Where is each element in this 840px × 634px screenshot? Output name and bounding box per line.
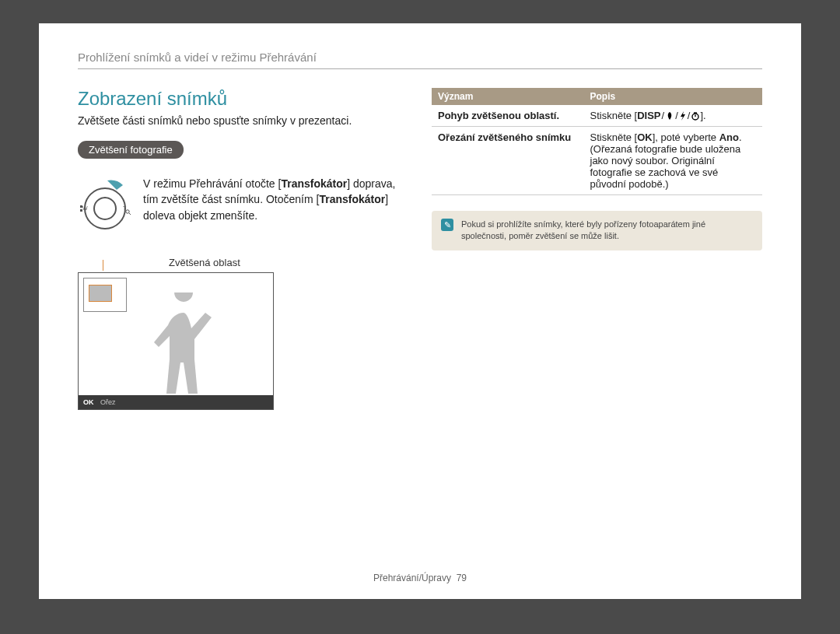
macro-icon (665, 111, 674, 121)
svg-point-0 (85, 188, 125, 229)
timer-icon (691, 111, 700, 121)
two-column-layout: Zobrazení snímků Zvětšete části snímků n… (78, 88, 762, 410)
zoom-dial-icon: W T (78, 176, 132, 238)
table-header-row: Význam Popis (432, 88, 762, 105)
screen-crop-label: Ořez (100, 398, 116, 406)
dial-instruction-text: V režimu Přehrávání otočte [Transfokátor… (143, 176, 408, 223)
flash-icon (679, 111, 687, 121)
zoom-area-callout: Zvětšená oblast (78, 260, 408, 271)
function-table: Význam Popis Pohyb zvětšenou oblastí. St… (432, 88, 762, 195)
screen-ok-label: OK (83, 398, 94, 406)
row2-desc: Stiskněte [OK], poté vyberte Ano. (Ořeza… (584, 127, 763, 195)
table-head-description: Popis (584, 88, 763, 105)
page-footer: Přehrávání/Úpravy 79 (39, 573, 801, 583)
minimap-frame (83, 278, 127, 312)
note-text: Pokud si prohlížíte snímky, které byly p… (461, 219, 753, 243)
slash-3: / (688, 110, 691, 121)
svg-point-6 (126, 210, 129, 213)
table-row: Pohyb zvětšenou oblastí. Stiskněte [DISP… (432, 105, 762, 127)
info-icon: ✎ (441, 219, 453, 231)
row1-desc: Stiskněte [DISP///]. (584, 105, 763, 127)
disp-label: DISP (637, 110, 660, 121)
dial-word-2: Transfokátor (319, 193, 385, 205)
minimap-highlight (89, 285, 112, 302)
svg-rect-5 (80, 209, 82, 212)
svg-line-7 (129, 213, 131, 215)
row2-term: Ořezání zvětšeného snímku (432, 127, 584, 195)
section-title: Zobrazení snímků (78, 88, 408, 110)
ano-label: Ano (719, 131, 739, 143)
dial-text-before: V režimu Přehrávání otočte [ (143, 177, 281, 190)
manual-page: Prohlížení snímků a videí v režimu Přehr… (39, 23, 801, 599)
table-row: Ořezání zvětšeného snímku Stiskněte [OK]… (432, 127, 762, 195)
info-note-box: ✎ Pokud si prohlížíte snímky, které byly… (432, 211, 762, 250)
row1-before: Stiskněte [ (590, 110, 638, 121)
row1-term: Pohyb zvětšenou oblastí. (432, 105, 584, 127)
svg-rect-4 (80, 205, 82, 208)
left-column: Zobrazení snímků Zvětšete části snímků n… (78, 88, 408, 410)
table-head-meaning: Význam (432, 88, 584, 105)
page-header: Prohlížení snímků a videí v režimu Přehr… (78, 51, 762, 69)
slash-2: / (675, 110, 678, 121)
dial-instruction-row: W T V režimu Přehrávání otočte [Transfok… (78, 176, 408, 238)
zoom-area-label: Zvětšená oblast (169, 257, 240, 268)
intro-text: Zvětšete části snímků nebo spusťte snímk… (78, 114, 408, 127)
zoom-badge: Zvětšení fotografie (78, 141, 184, 159)
person-silhouette-icon (149, 292, 222, 394)
svg-text:W: W (82, 205, 88, 211)
slash-1: / (662, 110, 665, 121)
row2-mid: ], poté vyberte (653, 131, 719, 143)
right-column: Význam Popis Pohyb zvětšenou oblastí. St… (432, 88, 762, 410)
footer-page-number: 79 (457, 573, 467, 583)
camera-screen-preview: OK Ořez (78, 272, 274, 410)
svg-point-1 (94, 198, 116, 219)
row1-after: ]. (700, 110, 705, 121)
row2-before: Stiskněte [ (590, 131, 638, 143)
footer-section: Přehrávání/Úpravy (373, 573, 451, 583)
screen-footer-bar: OK Ořez (79, 395, 273, 409)
ok-label: OK (637, 131, 653, 143)
disp-buttons-block: DISP/// (637, 110, 700, 121)
dial-word-1: Transfokátor (281, 177, 347, 190)
